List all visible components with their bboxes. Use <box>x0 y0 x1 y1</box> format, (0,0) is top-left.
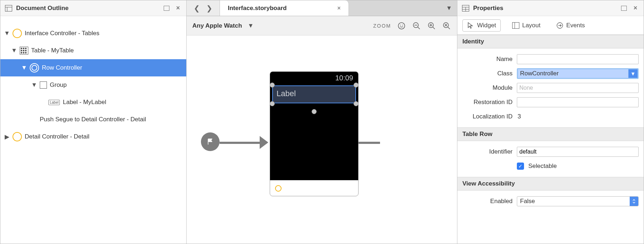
zoom-label: ZOOM <box>373 23 391 29</box>
dropdown-icon[interactable] <box>630 197 638 206</box>
row-label: Label <box>273 86 355 101</box>
device-dropdown-icon[interactable]: ▼ <box>248 22 254 29</box>
identifier-label: Identifier <box>462 148 513 155</box>
tree-item-label: Push Segue to Detail Controller - Detail <box>40 116 146 123</box>
chevron-down-icon[interactable]: ▼ <box>11 47 17 54</box>
nav-back-icon[interactable]: ❮ <box>194 4 200 13</box>
localization-id-label: Localization ID <box>462 113 513 120</box>
tab-title: Interface.storyboard <box>228 5 287 12</box>
resize-handle[interactable] <box>354 101 359 106</box>
table-icon <box>20 47 28 55</box>
properties-title: Properties <box>473 5 503 12</box>
module-input[interactable] <box>517 83 639 93</box>
resize-handle[interactable] <box>270 83 275 88</box>
nav-forward-icon[interactable]: ❯ <box>206 4 212 13</box>
resize-handle[interactable] <box>270 101 275 106</box>
outline-header: Document Outline × <box>0 0 186 16</box>
resize-handle[interactable] <box>354 83 359 88</box>
zoom-fit-icon[interactable] <box>397 21 406 30</box>
push-segue-line[interactable] <box>359 142 380 144</box>
tab-label: Widget <box>477 22 496 29</box>
name-label: Name <box>462 56 513 63</box>
device-label: Any Apple Watch <box>192 22 242 29</box>
label-icon: Label <box>48 100 60 105</box>
document-outline-panel: Document Outline × ▼ Interface Controlle… <box>0 0 187 244</box>
localization-id-value: 3 <box>517 113 521 120</box>
tab-overflow-icon[interactable]: ▼ <box>446 5 452 12</box>
restoration-id-input[interactable] <box>517 97 639 107</box>
resize-handle[interactable] <box>312 109 317 114</box>
section-table-row: Table Row <box>457 127 644 141</box>
outline-tree[interactable]: ▼ Interface Controller - Tables ▼ Table … <box>0 16 186 244</box>
svg-line-15 <box>448 27 450 29</box>
canvas-toolbar: Any Apple Watch ▼ ZOOM <box>187 16 457 36</box>
tree-item-label: Label - MyLabel <box>63 99 106 106</box>
layout-icon <box>512 22 519 29</box>
entry-point-icon[interactable] <box>201 132 220 151</box>
status-time: 10:09 <box>335 74 353 82</box>
entry-segue-line <box>220 142 263 144</box>
class-value: RowController <box>518 69 628 78</box>
scene-dock[interactable] <box>270 180 358 196</box>
chevron-down-icon[interactable]: ▼ <box>21 64 27 71</box>
zoom-out-icon[interactable] <box>412 21 421 30</box>
zoom-actual-icon[interactable] <box>442 21 451 30</box>
storyboard-canvas[interactable]: 10:09 Label <box>187 36 457 244</box>
tree-row-controller[interactable]: ▼ Row Controller <box>0 59 186 76</box>
zoom-in-icon[interactable] <box>427 21 436 30</box>
watch-screen: 10:09 Label <box>270 72 358 180</box>
tab-layout[interactable]: Layout <box>508 20 545 31</box>
controller-icon <box>13 132 22 141</box>
selectable-checkbox[interactable]: ✓ <box>517 163 524 170</box>
close-icon[interactable]: × <box>174 5 182 12</box>
tree-item-label: Row Controller <box>42 64 82 71</box>
properties-header: Properties × <box>457 0 644 16</box>
svg-point-4 <box>398 23 405 29</box>
nav-arrows: ❮ ❯ <box>187 0 220 16</box>
tab-events[interactable]: Events <box>552 20 589 31</box>
identifier-input[interactable] <box>517 147 639 157</box>
restoration-id-label: Restoration ID <box>462 99 513 106</box>
watch-scene[interactable]: 10:09 Label <box>270 71 359 196</box>
tab-widget[interactable]: Widget <box>462 19 501 32</box>
entry-segue-arrow <box>260 136 268 149</box>
tree-detail-controller[interactable]: ▶ Detail Controller - Detail <box>0 128 186 145</box>
tree-label[interactable]: Label Label - MyLabel <box>0 94 186 111</box>
selected-row-group[interactable]: Label <box>272 85 356 103</box>
enabled-select[interactable]: False <box>517 196 639 206</box>
dropdown-icon[interactable]: ▾ <box>628 69 638 78</box>
cursor-icon <box>467 22 474 29</box>
svg-line-11 <box>433 27 435 29</box>
svg-point-6 <box>402 25 403 25</box>
section-accessibility: View Accessibility <box>457 177 644 191</box>
controller-icon <box>13 29 22 38</box>
tab-close-icon[interactable]: × <box>337 5 341 11</box>
chevron-down-icon[interactable]: ▼ <box>31 81 37 89</box>
class-combobox[interactable]: RowController ▾ <box>517 68 639 79</box>
chevron-down-icon[interactable]: ▼ <box>4 30 10 37</box>
tab-bar: ❮ ❯ Interface.storyboard × ▼ <box>187 0 457 16</box>
outline-icon <box>5 5 13 12</box>
tree-item-label: Interface Controller - Tables <box>25 30 100 37</box>
detach-icon[interactable] <box>163 5 170 12</box>
tree-item-label: Group <box>50 81 67 89</box>
enabled-label: Enabled <box>462 198 513 205</box>
tree-table[interactable]: ▼ Table - MyTable <box>0 42 186 59</box>
name-input[interactable] <box>517 54 639 64</box>
chevron-right-icon[interactable]: ▶ <box>4 133 10 141</box>
tab-storyboard[interactable]: Interface.storyboard × <box>220 0 349 16</box>
detach-icon[interactable] <box>620 5 628 12</box>
tree-interface-controller[interactable]: ▼ Interface Controller - Tables <box>0 25 186 42</box>
tab-label: Layout <box>522 22 540 29</box>
outline-title: Document Outline <box>16 5 68 12</box>
controller-icon <box>275 185 282 192</box>
tree-group[interactable]: ▼ Group <box>0 76 186 94</box>
group-icon <box>40 81 47 89</box>
close-icon[interactable]: × <box>631 5 639 12</box>
tree-segue[interactable]: Push Segue to Detail Controller - Detail <box>0 111 186 128</box>
enabled-value: False <box>517 198 630 205</box>
svg-line-8 <box>418 27 420 29</box>
row-controller-icon <box>30 63 39 72</box>
svg-point-5 <box>400 25 401 25</box>
events-icon <box>556 22 563 29</box>
